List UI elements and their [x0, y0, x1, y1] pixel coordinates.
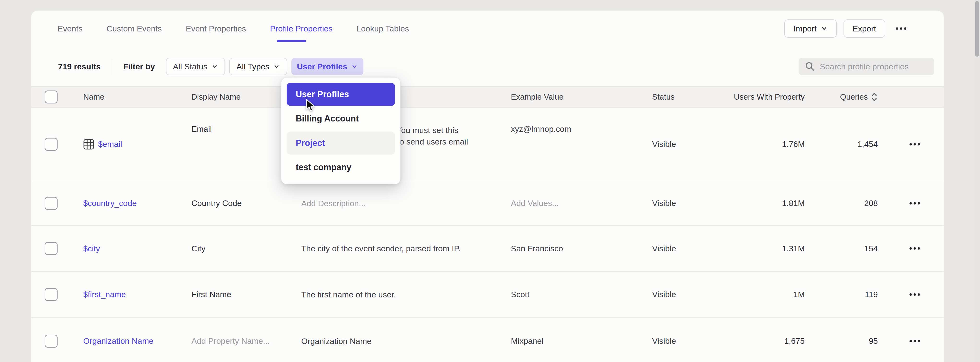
- description-cell[interactable]: The city of the event sender, parsed fro…: [301, 243, 511, 254]
- row-checkbox[interactable]: [45, 138, 57, 151]
- display-name-cell[interactable]: First Name: [191, 290, 301, 299]
- chevron-down-icon: [821, 25, 828, 32]
- search-icon: [805, 61, 816, 72]
- row-more-button[interactable]: [906, 143, 926, 145]
- more-options-button[interactable]: [892, 27, 910, 30]
- select-all-checkbox[interactable]: [45, 91, 57, 104]
- row-more-button[interactable]: [906, 247, 926, 250]
- results-count: 719 results: [58, 62, 101, 71]
- tab-event-properties[interactable]: Event Properties: [186, 11, 246, 46]
- more-icon: [910, 143, 912, 145]
- status-cell: Visible: [652, 139, 724, 149]
- export-button-label: Export: [853, 24, 876, 33]
- chevron-down-icon: [211, 63, 218, 70]
- filter-by-label: Filter by: [123, 62, 155, 71]
- import-button[interactable]: Import: [784, 19, 837, 38]
- status-cell: Visible: [652, 244, 724, 253]
- status-filter-dropdown[interactable]: All Status: [166, 58, 225, 75]
- example-value-cell[interactable]: xyz@lmnop.com: [511, 108, 652, 134]
- menu-item-user-profiles[interactable]: User Profiles: [286, 83, 395, 106]
- more-icon: [910, 340, 912, 342]
- status-cell: Visible: [652, 290, 724, 299]
- users-with-property-cell: 1M: [794, 290, 805, 299]
- profile-type-dropdown-menu: User Profiles Billing Account Project te…: [281, 77, 401, 184]
- queries-cell: 119: [865, 290, 878, 299]
- description-cell[interactable]: The first name of the user.: [301, 289, 511, 300]
- table-row: $country_code Country Code Add Descripti…: [31, 181, 944, 226]
- profile-properties-panel: Events Custom Events Event Properties Pr…: [31, 11, 944, 362]
- queries-cell: 154: [864, 244, 878, 253]
- column-header-name[interactable]: Name: [83, 92, 191, 102]
- tab-custom-events[interactable]: Custom Events: [107, 11, 162, 46]
- table-row: $first_name First Name The first name of…: [31, 272, 944, 317]
- row-checkbox[interactable]: [45, 335, 57, 348]
- tab-profile-properties[interactable]: Profile Properties: [270, 11, 332, 46]
- scrollbar-track[interactable]: [974, 0, 980, 362]
- more-icon: [910, 202, 912, 204]
- queries-cell: 1,454: [858, 139, 878, 149]
- example-value-cell[interactable]: Mixpanel: [511, 336, 652, 346]
- queries-cell: 95: [869, 336, 878, 346]
- import-button-label: Import: [794, 24, 816, 33]
- menu-item-test-company[interactable]: test company: [286, 156, 395, 179]
- example-value-cell[interactable]: San Francisco: [511, 244, 652, 253]
- column-header-status[interactable]: Status: [652, 92, 724, 102]
- row-checkbox[interactable]: [45, 197, 57, 210]
- row-checkbox[interactable]: [45, 288, 57, 301]
- tab-lookup-tables[interactable]: Lookup Tables: [356, 11, 409, 46]
- table-row: Organization Name Add Property Name... O…: [31, 317, 944, 362]
- more-icon: [896, 27, 898, 30]
- status-cell: Visible: [652, 199, 724, 208]
- more-icon: [910, 293, 912, 296]
- tab-events[interactable]: Events: [57, 11, 83, 46]
- scrollbar-thumb[interactable]: [975, 1, 979, 57]
- table-header: Name Display Name Example Value Status U…: [31, 86, 944, 108]
- row-more-button[interactable]: [906, 293, 926, 296]
- description-cell-placeholder[interactable]: Add Description...: [301, 198, 511, 209]
- status-cell: Visible: [652, 336, 724, 346]
- property-name-link[interactable]: $first_name: [83, 290, 191, 299]
- property-name-link[interactable]: Organization Name: [83, 336, 191, 346]
- cursor-pointer-icon: [305, 99, 317, 112]
- table-body: $email Email The user's email address. Y…: [31, 108, 944, 362]
- users-with-property-cell: 1.31M: [782, 244, 805, 253]
- property-name-link[interactable]: $city: [83, 244, 191, 253]
- property-name-link[interactable]: $email: [83, 139, 191, 150]
- search-box: [799, 58, 934, 75]
- display-name-cell[interactable]: City: [191, 244, 301, 253]
- column-header-queries[interactable]: Queries: [840, 92, 878, 102]
- users-with-property-cell: 1.76M: [782, 139, 805, 149]
- users-with-property-cell: 1.81M: [782, 199, 805, 208]
- menu-item-project[interactable]: Project: [286, 132, 395, 155]
- table-row: $email Email The user's email address. Y…: [31, 108, 944, 181]
- search-input[interactable]: [820, 62, 928, 71]
- type-filter-dropdown[interactable]: All Types: [229, 58, 287, 75]
- top-tab-bar: Events Custom Events Event Properties Pr…: [31, 11, 944, 46]
- filter-bar: 719 results Filter by All Status All Typ…: [31, 46, 944, 86]
- divider: [112, 58, 112, 75]
- display-name-cell[interactable]: Country Code: [191, 199, 301, 208]
- queries-cell: 208: [864, 199, 878, 208]
- menu-item-billing-account[interactable]: Billing Account: [286, 107, 395, 130]
- display-name-cell-placeholder[interactable]: Add Property Name...: [191, 336, 301, 346]
- sort-icon[interactable]: [871, 92, 878, 102]
- row-checkbox[interactable]: [45, 242, 57, 255]
- table-row: $city City The city of the event sender,…: [31, 226, 944, 272]
- export-button[interactable]: Export: [843, 19, 885, 38]
- chevron-down-icon: [351, 63, 358, 70]
- description-cell[interactable]: Organization Name: [301, 335, 511, 347]
- profile-type-filter-dropdown[interactable]: User Profiles: [291, 58, 363, 75]
- property-name-link[interactable]: $country_code: [83, 199, 191, 208]
- more-icon: [910, 247, 912, 250]
- users-with-property-cell: 1,675: [784, 336, 805, 346]
- row-more-button[interactable]: [906, 202, 926, 204]
- example-value-cell-placeholder[interactable]: Add Values...: [511, 199, 652, 208]
- column-header-example-value[interactable]: Example Value: [511, 92, 652, 102]
- chevron-down-icon: [273, 63, 280, 70]
- row-more-button[interactable]: [906, 340, 926, 342]
- example-value-cell[interactable]: Scott: [511, 290, 652, 299]
- column-header-users-with-property[interactable]: Users With Property: [734, 92, 805, 102]
- table-grid-icon: [83, 139, 94, 150]
